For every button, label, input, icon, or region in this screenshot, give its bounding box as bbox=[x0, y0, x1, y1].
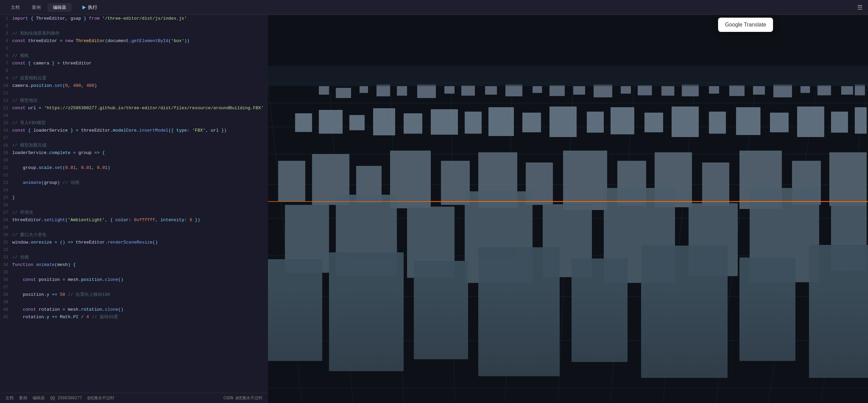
code-line-5: 5 bbox=[0, 45, 268, 52]
tab-editor[interactable]: 编辑器 bbox=[47, 3, 72, 12]
code-line-15: 15 // 导入FBX模型 bbox=[0, 119, 268, 127]
google-translate-popup: Google Translate bbox=[718, 18, 773, 32]
code-line-6: 6 // 相机 bbox=[0, 52, 268, 60]
3d-viewport[interactable]: Google Translate bbox=[268, 15, 868, 403]
code-line-13: 13 const url = 'https://z2586300277.gith… bbox=[0, 104, 268, 112]
code-line-33: 33 // 动画 bbox=[0, 254, 268, 261]
code-line-34: 34 function animate(mesh) { bbox=[0, 261, 268, 269]
code-line-21: 21 group.scale.set(0.01, 0.01, 0.01) bbox=[0, 164, 268, 172]
csdn-info: CSDN @优雅永不过时 bbox=[224, 395, 263, 401]
code-line-2: 2 bbox=[0, 22, 268, 30]
code-line-16: 16 const { loaderService } = threeEditor… bbox=[0, 127, 268, 134]
google-translate-title: Google Translate bbox=[725, 22, 766, 27]
code-line-19: 19 loaderService.complete = group => { bbox=[0, 149, 268, 157]
editor-label: 编辑器 bbox=[33, 395, 45, 401]
code-line-25: 25 } bbox=[0, 194, 268, 202]
code-line-31: 31 window.onresize = () => threeEditor.r… bbox=[0, 239, 268, 246]
play-icon bbox=[82, 5, 86, 9]
doc-label: 文档 bbox=[5, 395, 14, 401]
3d-scene-svg bbox=[268, 15, 868, 403]
svg-rect-101 bbox=[268, 15, 868, 403]
selection-line bbox=[268, 201, 868, 202]
tab-docs[interactable]: 文档 bbox=[5, 3, 25, 12]
code-line-20: 20 bbox=[0, 157, 268, 164]
code-line-40: 40 const rotation = mesh.rotation.clone(… bbox=[0, 306, 268, 313]
code-line-18: 18 // 模型加载完成 bbox=[0, 142, 268, 149]
code-line-11: 11 bbox=[0, 90, 268, 97]
code-line-8: 8 bbox=[0, 67, 268, 75]
code-line-12: 12 // 模型地址 bbox=[0, 97, 268, 104]
code-line-30: 30 // 窗口大小变化 bbox=[0, 231, 268, 239]
top-bar: 文档 案例 编辑器 执行 ☰ bbox=[0, 0, 868, 15]
code-line-35: 35 bbox=[0, 269, 268, 276]
code-line-1: 1 import { ThreeEditor, gsap } from '/th… bbox=[0, 15, 268, 22]
code-panel[interactable]: 1 import { ThreeEditor, gsap } from '/th… bbox=[0, 15, 268, 403]
code-line-29: 29 bbox=[0, 224, 268, 231]
code-line-36: 36 const position = mesh.position.clone(… bbox=[0, 276, 268, 284]
code-line-27: 27 // 环境光 bbox=[0, 209, 268, 216]
code-line-28: 28 threeEditor.setLight('AmbientLight', … bbox=[0, 216, 268, 224]
code-line-41: 41 rotation.y += Math.PI / 4 // 旋转45度 bbox=[0, 313, 268, 321]
code-line-38: 38 position.y += 50 // 位置向上移动100 bbox=[0, 291, 268, 299]
case-label: 案例 bbox=[19, 395, 27, 401]
code-line-10: 10 camera.position.set(0, 400, 400) bbox=[0, 82, 268, 90]
run-label: 执行 bbox=[88, 4, 97, 11]
menu-icon[interactable]: ☰ bbox=[857, 4, 863, 11]
code-line-23: 23 animate(group) // 动画 bbox=[0, 179, 268, 187]
tab-group: 文档 案例 编辑器 bbox=[5, 3, 72, 12]
tab-cases[interactable]: 案例 bbox=[26, 3, 46, 12]
code-line-7: 7 const { camera } = threeEditor bbox=[0, 60, 268, 67]
code-line-4: 4 const threeEditor = new ThreeEditor(do… bbox=[0, 37, 268, 45]
code-line-39: 39 bbox=[0, 299, 268, 306]
code-line-37: 37 bbox=[0, 284, 268, 291]
code-line-17: 17 bbox=[0, 134, 268, 142]
code-line-9: 9 // 设置相机位置 bbox=[0, 75, 268, 82]
status-bar: 文档 案例 编辑器 QQ 2586300277 @优雅永不过时 CSDN @优雅… bbox=[0, 393, 268, 403]
author-info: @优雅永不过时 bbox=[88, 395, 114, 401]
code-line-32: 32 bbox=[0, 246, 268, 254]
code-line-24: 24 bbox=[0, 187, 268, 194]
qq-info: QQ 2586300277 bbox=[50, 396, 82, 401]
code-line-22: 22 bbox=[0, 172, 268, 179]
code-line-26: 26 bbox=[0, 202, 268, 209]
code-line-3: 3 // 初始化场景系列操作 bbox=[0, 30, 268, 37]
main-content: 1 import { ThreeEditor, gsap } from '/th… bbox=[0, 15, 868, 403]
code-line-14: 14 bbox=[0, 112, 268, 119]
run-button[interactable]: 执行 bbox=[78, 3, 101, 12]
